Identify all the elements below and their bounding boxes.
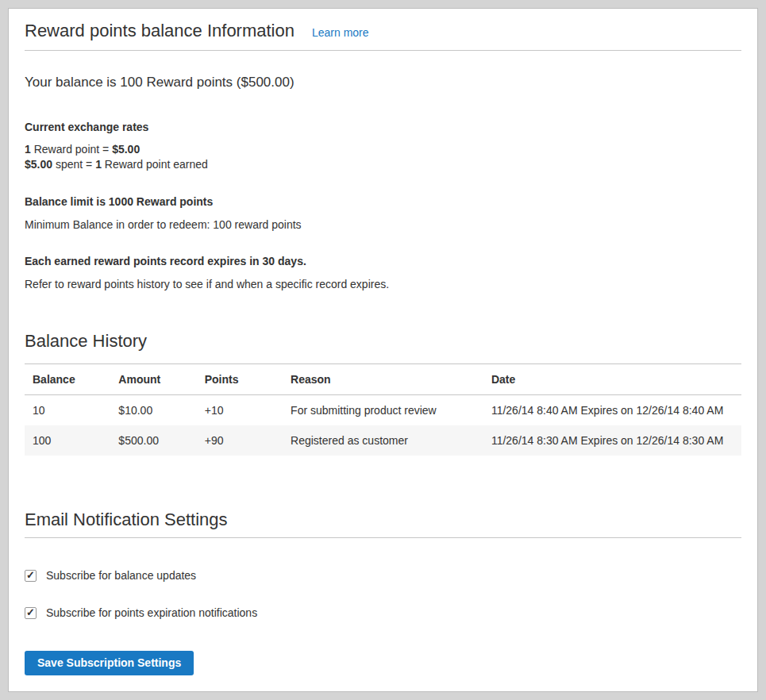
- column-header-balance: Balance: [25, 364, 110, 395]
- cell-balance: 10: [25, 395, 110, 426]
- points-expiration-checkbox[interactable]: [25, 607, 37, 619]
- exchange-rate-1-text: Reward point =: [31, 143, 112, 156]
- cell-points: +10: [197, 395, 283, 426]
- cell-date: 11/26/14 8:40 AM Expires on 12/26/14 8:4…: [483, 395, 741, 426]
- table-row: 100 $500.00 +90 Registered as customer 1…: [25, 425, 741, 456]
- page-background: Reward points balance Information Learn …: [0, 0, 766, 700]
- balance-updates-label: Subscribe for balance updates: [46, 567, 196, 583]
- learn-more-link[interactable]: Learn more: [312, 26, 369, 39]
- cell-amount: $500.00: [110, 425, 196, 456]
- exchange-rate-2-value: $5.00: [25, 158, 52, 171]
- balance-limit-notice: Balance limit is 1000 Reward points: [25, 194, 741, 210]
- cell-date: 11/26/14 8:30 AM Expires on 12/26/14 8:3…: [483, 425, 741, 456]
- exchange-rate-line-1: 1 Reward point = $5.00: [25, 142, 741, 157]
- cell-balance: 100: [25, 425, 110, 456]
- save-subscription-settings-button[interactable]: Save Subscription Settings: [25, 651, 194, 675]
- expiration-hint: Refer to reward points history to see if…: [25, 276, 741, 292]
- table-header-row: Balance Amount Points Reason Date: [25, 364, 741, 395]
- cell-reason: Registered as customer: [283, 425, 483, 456]
- cell-reason: For submitting product review: [283, 395, 483, 426]
- cell-points: +90: [197, 425, 283, 456]
- minimum-balance-notice: Minimum Balance in order to redeem: 100 …: [25, 217, 741, 233]
- card-header: Reward points balance Information Learn …: [25, 9, 741, 51]
- points-expiration-label: Subscribe for points expiration notifica…: [46, 605, 257, 621]
- expiration-notice: Each earned reward points record expires…: [25, 253, 741, 269]
- exchange-rate-2-text: spent =: [52, 158, 95, 171]
- exchange-rate-2-suffix: Reward point earned: [102, 158, 208, 171]
- column-header-amount: Amount: [110, 364, 196, 395]
- subscribe-points-expiration-row[interactable]: Subscribe for points expiration notifica…: [25, 605, 257, 621]
- reward-points-card: Reward points balance Information Learn …: [8, 8, 758, 692]
- column-header-points: Points: [197, 364, 283, 395]
- balance-summary: Your balance is 100 Reward points ($500.…: [25, 73, 741, 92]
- cell-amount: $10.00: [110, 395, 196, 426]
- balance-updates-checkbox[interactable]: [25, 570, 37, 582]
- balance-history-title: Balance History: [25, 330, 741, 352]
- column-header-reason: Reason: [283, 364, 483, 395]
- email-notification-settings-title: Email Notification Settings: [25, 509, 741, 538]
- subscribe-balance-updates-row[interactable]: Subscribe for balance updates: [25, 567, 196, 583]
- exchange-rate-2-points: 1: [95, 158, 102, 171]
- exchange-rate-1-points: 1: [25, 143, 31, 156]
- page-title: Reward points balance Information: [25, 20, 294, 42]
- exchange-rate-1-value: $5.00: [112, 143, 140, 156]
- table-row: 10 $10.00 +10 For submitting product rev…: [25, 395, 741, 426]
- balance-history-table: Balance Amount Points Reason Date 10 $10…: [25, 363, 741, 456]
- column-header-date: Date: [483, 364, 741, 395]
- exchange-rates-heading: Current exchange rates: [25, 119, 741, 135]
- exchange-rate-line-2: $5.00 spent = 1 Reward point earned: [25, 157, 741, 172]
